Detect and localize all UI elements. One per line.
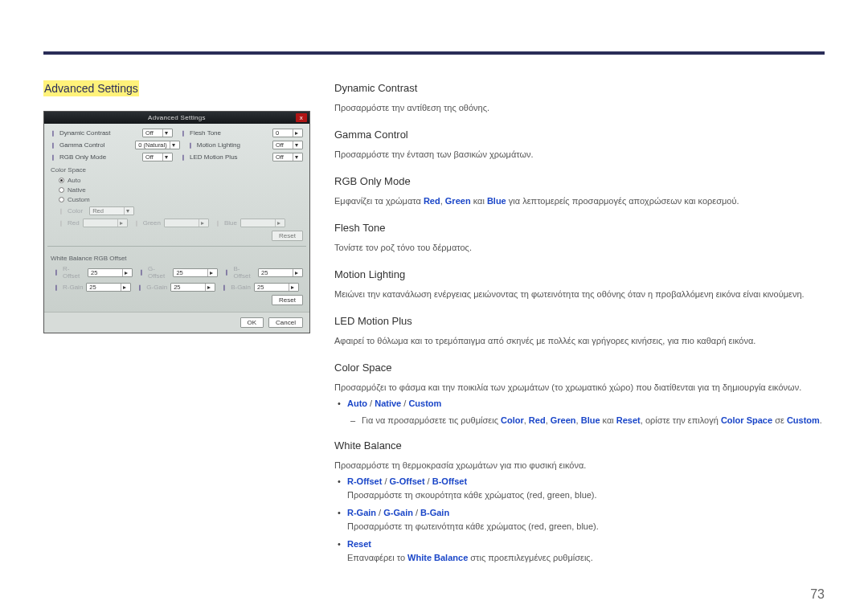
select-dynamic-contrast[interactable]: Off▾ xyxy=(142,129,173,137)
chevron-right-icon: ▸ xyxy=(293,129,300,137)
list-item: Reset Επαναφέρει το White Balance στις π… xyxy=(347,537,825,564)
select-motion-lighting[interactable]: Off▾ xyxy=(272,141,303,149)
list-item: R-Offset / G-Offset / B-Offset Προσαρμόσ… xyxy=(347,475,825,501)
label-led-motion-plus: LED Motion Plus xyxy=(190,153,238,161)
list-item: Auto / Native / Custom Για να προσαρμόσε… xyxy=(347,397,825,427)
list-item: Για να προσαρμόσετε τις ρυθμίσεις Color,… xyxy=(362,414,825,427)
custom-channels-row: ❙Red▸ ❙Green▸ ❙Blue▸ xyxy=(51,219,303,227)
heading-motion-lighting: Motion Lighting xyxy=(334,267,825,283)
bullet-icon: ❙ xyxy=(51,130,55,137)
text-gamma-control: Προσαρμόστε την ένταση των βασικών χρωμά… xyxy=(334,148,825,161)
wb-gain-row: ❙R-Gain25▸ ❙G-Gain25▸ ❙B-Gain25▸ xyxy=(51,283,303,292)
stepper-blue[interactable]: ▸ xyxy=(240,219,285,227)
label-dynamic-contrast: Dynamic Contrast xyxy=(59,129,111,137)
chevron-down-icon: ▾ xyxy=(162,129,170,137)
radio-native[interactable]: Native xyxy=(59,186,303,194)
heading-dynamic-contrast: Dynamic Contrast xyxy=(334,80,825,96)
reset-wb-button[interactable]: Reset xyxy=(272,295,303,305)
label-flesh-tone: Flesh Tone xyxy=(190,129,221,137)
section-title: Advanced Settings xyxy=(43,80,139,96)
stepper-b-offset[interactable]: 25▸ xyxy=(258,268,303,277)
docs-column: Dynamic Contrast Προσαρμόστε την αντίθεσ… xyxy=(334,80,825,581)
select-color[interactable]: Red▾ xyxy=(89,206,134,215)
page-number: 73 xyxy=(810,587,825,602)
select-flesh-tone[interactable]: 0▸ xyxy=(272,129,303,137)
panel-title: Advanced Settings xyxy=(148,114,206,121)
white-balance-list: R-Offset / G-Offset / B-Offset Προσαρμόσ… xyxy=(334,475,825,564)
heading-color-space: Color Space xyxy=(334,360,825,376)
stepper-green[interactable]: ▸ xyxy=(164,219,209,227)
text-motion-lighting: Μειώνει την κατανάλωση ενέργειας μειώνον… xyxy=(334,288,825,301)
text-white-balance: Προσαρμόστε τη θερμοκρασία χρωμάτων για … xyxy=(334,459,825,472)
close-icon[interactable]: x xyxy=(296,113,307,122)
label-motion-lighting: Motion Lighting xyxy=(197,141,240,149)
bullet-icon: ❙ xyxy=(181,130,186,137)
stepper-g-gain[interactable]: 25▸ xyxy=(170,283,215,292)
text-rgb-only: Εμφανίζει τα χρώματα Red, Green και Blue… xyxy=(334,194,825,208)
reset-colorspace-button[interactable]: Reset xyxy=(272,231,303,241)
panel-titlebar: Advanced Settings x xyxy=(44,112,309,124)
row-dynamic-contrast: ❙ Dynamic Contrast Off▾ ❙ Flesh Tone 0▸ xyxy=(51,129,303,137)
panel-body: ❙ Dynamic Contrast Off▾ ❙ Flesh Tone 0▸ … xyxy=(44,124,309,312)
select-gamma-control[interactable]: 0 (Natural)▾ xyxy=(135,141,179,149)
row-gamma-control: ❙Gamma Control 0 (Natural)▾ ❙Motion Ligh… xyxy=(51,141,303,149)
wb-offset-row: ❙R-Offset25▸ ❙G-Offset25▸ ❙B-Offset25▸ xyxy=(51,265,303,280)
color-space-options-list: Auto / Native / Custom Για να προσαρμόσε… xyxy=(334,397,825,427)
row-rgb-only: ❙RGB Only Mode Off▾ ❙LED Motion Plus Off… xyxy=(51,153,303,161)
label-rgb-only: RGB Only Mode xyxy=(59,153,106,161)
text-led-motion-plus: Αφαιρεί το θόλωμα και το τρεμόπαιγμα από… xyxy=(334,334,825,348)
stepper-b-gain[interactable]: 25▸ xyxy=(254,283,299,292)
heading-wb: White Balance RGB Offset xyxy=(51,255,303,262)
stepper-red[interactable]: ▸ xyxy=(83,219,128,227)
stepper-r-offset[interactable]: 25▸ xyxy=(88,268,133,277)
heading-gamma-control: Gamma Control xyxy=(334,127,825,143)
heading-white-balance: White Balance xyxy=(334,438,825,454)
label-gamma-control: Gamma Control xyxy=(59,141,104,149)
radio-auto[interactable]: Auto xyxy=(59,177,303,184)
text-dynamic-contrast: Προσαρμόστε την αντίθεση της οθόνης. xyxy=(334,101,825,115)
heading-rgb-only: RGB Only Mode xyxy=(334,174,825,190)
page-content: Advanced Settings Advanced Settings x ❙ … xyxy=(43,80,825,581)
page-top-rule xyxy=(43,51,825,55)
list-item: R-Gain / G-Gain / B-Gain Προσαρμόστε τη … xyxy=(347,506,825,533)
settings-panel: Advanced Settings x ❙ Dynamic Contrast O… xyxy=(43,111,310,333)
panel-footer: OK Cancel xyxy=(44,312,309,333)
color-space-radios: Auto Native Custom xyxy=(51,177,303,203)
ok-button[interactable]: OK xyxy=(240,317,264,328)
heading-flesh-tone: Flesh Tone xyxy=(334,220,825,236)
cancel-button[interactable]: Cancel xyxy=(268,317,303,328)
left-column: Advanced Settings Advanced Settings x ❙ … xyxy=(43,80,310,581)
heading-led-motion-plus: LED Motion Plus xyxy=(334,313,825,329)
stepper-r-gain[interactable]: 25▸ xyxy=(86,283,131,292)
select-led-motion-plus[interactable]: Off▾ xyxy=(272,153,303,161)
text-color-space: Προσαρμόζει το φάσμα και την ποικιλία τω… xyxy=(334,381,825,394)
stepper-g-offset[interactable]: 25▸ xyxy=(173,268,218,277)
radio-custom[interactable]: Custom xyxy=(59,196,303,203)
custom-color-row: ❙Color Red▾ xyxy=(51,206,303,215)
text-flesh-tone: Τονίστε τον ροζ τόνο του δέρματος. xyxy=(334,241,825,255)
select-rgb-only[interactable]: Off▾ xyxy=(142,153,173,161)
label-color: Color xyxy=(68,207,83,215)
heading-color-space: Color Space xyxy=(51,166,303,174)
